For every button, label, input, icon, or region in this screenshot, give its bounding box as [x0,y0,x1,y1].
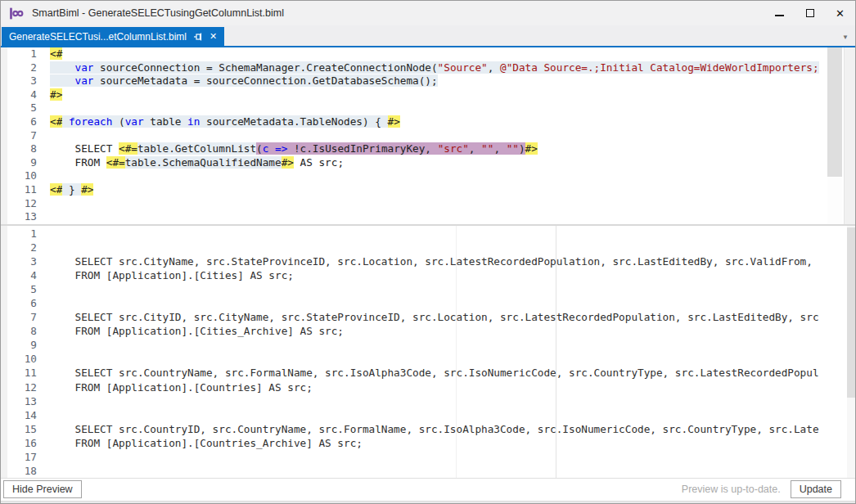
line-number: 11 [1,366,37,380]
line-number: 7 [1,129,37,143]
preview-line: 14 [1,408,844,422]
visual-studio-logo-icon [8,6,24,21]
line-number: 12 [1,197,37,211]
line-number: 18 [1,464,37,478]
line-number: 12 [1,380,37,394]
line-number: 9 [1,338,37,352]
line-number: 10 [1,169,37,183]
line-number: 5 [1,101,37,115]
preview-line: 7 SELECT src.CityID, src.CityName, src.S… [1,310,844,324]
pin-icon[interactable] [193,32,203,42]
tab-label: GenerateSELECTusi...etColumnList.biml [9,31,187,43]
preview-line: 2 [1,241,844,254]
preview-pane[interactable]: 123 SELECT src.CityName, src.StateProvin… [1,226,856,478]
preview-line: 6 [1,296,844,310]
code-line[interactable]: 1<# [1,47,826,61]
line-number: 16 [1,436,37,450]
preview-line: 16 FROM [Application].[Countries_Archive… [1,436,844,450]
preview-line: 8 FROM [Application].[Cities_Archive] AS… [1,324,844,338]
line-number: 10 [1,352,37,366]
line-number: 13 [1,210,37,224]
preview-toolbar: Hide Preview Preview is up-to-date. Upda… [1,478,855,504]
line-number: 6 [1,296,37,310]
line-number: 4 [1,88,37,102]
preview-lines: 123 SELECT src.CityName, src.StateProvin… [1,227,844,478]
line-number: 11 [1,183,37,197]
preview-line: 18 [1,464,844,478]
line-number: 1 [1,227,37,241]
line-number: 3 [1,254,37,268]
line-number: 3 [1,74,37,88]
window-controls: ✕ [764,1,855,25]
line-number: 7 [1,310,37,324]
code-line[interactable]: 11<# } #> [1,183,826,197]
preview-line: 17 [1,450,844,464]
document-tab[interactable]: GenerateSELECTusi...etColumnList.biml ✕ [2,27,224,46]
maximize-icon [806,9,814,17]
line-number: 4 [1,268,37,282]
line-number: 15 [1,422,37,436]
line-number: 2 [1,241,37,254]
preview-line: 3 SELECT src.CityName, src.StateProvince… [1,254,844,268]
code-line[interactable]: 2 var sourceConnection = SchemaManager.C… [1,61,826,75]
update-button[interactable]: Update [791,480,841,498]
preview-line: 11 SELECT src.CountryName, src.FormalNam… [1,366,844,380]
biml-editor-pane[interactable]: 1<#2 var sourceConnection = SchemaManage… [1,47,845,224]
code-line[interactable]: 6<# foreach (var table in sourceMetadata… [1,115,826,129]
preview-line: 4 FROM [Application].[Cities] AS src; [1,268,844,282]
tab-bar: GenerateSELECTusi...etColumnList.biml ✕ … [1,25,855,46]
line-number: 2 [1,61,37,75]
code-line[interactable]: 5 [1,101,826,115]
preview-line: 15 SELECT src.CountryID, src.CountryName… [1,422,844,436]
editor-vertical-scrollbar[interactable] [827,47,842,224]
line-number: 9 [1,156,37,170]
line-number: 13 [1,394,37,408]
maximize-button[interactable] [795,1,825,25]
code-line[interactable]: 8 SELECT <#=table.GetColumnList(c => !c.… [1,142,826,156]
code-line[interactable]: 13 [1,210,826,224]
preview-status-text: Preview is up-to-date. [682,484,781,495]
preview-line: 9 [1,338,844,352]
code-line[interactable]: 12 [1,197,826,211]
code-line[interactable]: 4#> [1,88,826,102]
preview-line: 10 [1,352,844,366]
line-number: 17 [1,450,37,464]
title-bar: SmartBiml - GenerateSELECTusingGetColumn… [1,1,855,25]
code-lines: 1<#2 var sourceConnection = SchemaManage… [1,47,826,224]
code-line[interactable]: 9 FROM <#=table.SchemaQualifiedName#> AS… [1,156,826,170]
tab-list-dropdown-icon[interactable]: ▼ [842,34,849,41]
hide-preview-button[interactable]: Hide Preview [3,480,82,498]
code-line[interactable]: 3 var sourceMetadata = sourceConnection.… [1,74,826,88]
minimize-icon [775,15,784,16]
line-number: 8 [1,142,37,156]
minimize-button[interactable] [764,1,795,25]
code-line[interactable]: 7 [1,129,826,143]
editor-right-margin-strip [844,47,855,224]
line-number: 5 [1,282,37,296]
line-number: 14 [1,408,37,422]
app-window: SmartBiml - GenerateSELECTusingGetColumn… [0,0,856,504]
tab-close-icon[interactable]: ✕ [209,32,217,41]
preview-vertical-scrollbar[interactable] [847,226,856,478]
line-number: 6 [1,115,37,129]
editor-scrollbar-thumb[interactable] [827,47,842,177]
preview-line: 13 [1,394,844,408]
close-icon: ✕ [836,8,845,19]
window-bottom-strip [1,501,855,504]
preview-line: 1 [1,227,844,241]
line-number: 8 [1,324,37,338]
preview-line: 12 FROM [Application].[Countries] AS src… [1,380,844,394]
close-button[interactable]: ✕ [825,1,855,25]
preview-scrollbar-thumb[interactable] [847,227,856,398]
preview-line: 5 [1,282,844,296]
line-number: 1 [1,47,37,61]
code-line[interactable]: 10 [1,169,826,183]
window-title: SmartBiml - GenerateSELECTusingGetColumn… [32,7,284,19]
